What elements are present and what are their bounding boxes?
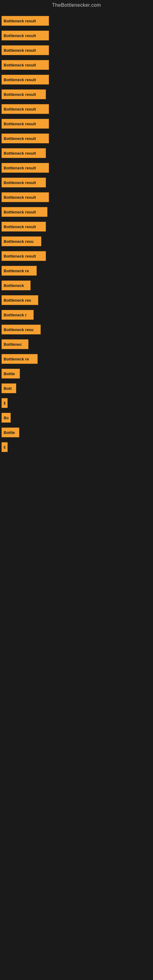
site-title: TheBottlenecker.com xyxy=(0,0,153,10)
bar-label: Bottleneck result xyxy=(4,254,36,258)
bar-row: Bottleneck r xyxy=(2,307,153,322)
bottleneck-bar: Bo xyxy=(2,413,11,423)
bar-label: Bottleneck result xyxy=(4,210,36,215)
bar-row: Bottleneck re xyxy=(2,263,153,278)
bottleneck-bar: Bottle xyxy=(2,428,19,438)
bottleneck-bar: Bottleneck result xyxy=(2,30,49,40)
bar-row: Bottleneck result xyxy=(2,57,153,72)
bar-label: B xyxy=(4,401,5,406)
bar-label: Bottleneck result xyxy=(4,19,36,23)
bar-label: B xyxy=(4,445,5,450)
bar-row: Bott xyxy=(2,381,153,396)
bottleneck-bar: Bottleneck result xyxy=(2,222,46,232)
bar-row: Bottleneck result xyxy=(2,72,153,87)
bottleneck-bar: B xyxy=(2,398,8,408)
bar-row: B xyxy=(2,396,153,410)
bottleneck-bar: B xyxy=(2,442,8,452)
bar-row: Bottleneck result xyxy=(2,190,153,205)
bar-row: Bottleneck result xyxy=(2,146,153,161)
bar-label: Bottleneck re xyxy=(4,357,29,361)
bar-row: Bottlenec xyxy=(2,337,153,352)
bottleneck-bar: Bottleneck result xyxy=(2,134,49,143)
bar-row: Bottleneck result xyxy=(2,205,153,219)
bar-label: Bottleneck resu xyxy=(4,239,33,244)
bottleneck-bar: Bottleneck re xyxy=(2,354,38,364)
bar-row: Bottleneck result xyxy=(2,131,153,146)
bar-row: Bottleneck result xyxy=(2,116,153,131)
bottleneck-bar: Bottleneck result xyxy=(2,75,49,84)
bottleneck-bar: Bottleneck result xyxy=(2,163,49,173)
bottleneck-bar: Bottleneck result xyxy=(2,148,46,158)
bar-row: Bottleneck re xyxy=(2,352,153,366)
bar-label: Bottleneck result xyxy=(4,78,36,82)
bar-row: Bottleneck result xyxy=(2,43,153,57)
bar-row: Bottleneck result xyxy=(2,249,153,263)
bottleneck-bar: Bottleneck xyxy=(2,280,30,290)
bar-label: Bottleneck resu xyxy=(4,328,33,332)
bottleneck-bar: Bottle xyxy=(2,369,20,379)
bar-label: Bottleneck result xyxy=(4,33,36,38)
bar-row: Bottleneck result xyxy=(2,28,153,43)
bar-label: Bottle xyxy=(4,371,15,376)
bar-row: Bottleneck result xyxy=(2,175,153,190)
bar-row: Bottleneck res xyxy=(2,293,153,307)
bar-row: Bottleneck result xyxy=(2,161,153,175)
bottleneck-bar: Bottleneck result xyxy=(2,89,46,99)
bar-label: Bottleneck result xyxy=(4,122,36,126)
bar-label: Bo xyxy=(4,415,9,420)
bar-row: Bottleneck resu xyxy=(2,322,153,337)
bottleneck-bar: Bottleneck result xyxy=(2,251,46,261)
bar-label: Bottleneck result xyxy=(4,195,36,200)
bar-label: Bottleneck result xyxy=(4,136,36,141)
bar-label: Bottleneck result xyxy=(4,151,36,156)
bottleneck-bar: Bottleneck resu xyxy=(2,325,41,334)
bar-row: Bottleneck result xyxy=(2,13,153,28)
bar-label: Bottleneck res xyxy=(4,298,31,302)
bar-label: Bottleneck result xyxy=(4,224,36,229)
bar-row: Bottleneck xyxy=(2,278,153,293)
bottleneck-bar: Bottlenec xyxy=(2,339,29,349)
bar-label: Bottleneck result xyxy=(4,107,36,111)
bottleneck-bar: Bottleneck result xyxy=(2,207,48,217)
bar-row: Bottle xyxy=(2,366,153,381)
bottleneck-bar: Bottleneck result xyxy=(2,119,49,129)
bar-label: Bott xyxy=(4,386,12,391)
bar-label: Bottle xyxy=(4,430,15,435)
bottleneck-bar: Bottleneck re xyxy=(2,266,37,275)
bar-label: Bottleneck result xyxy=(4,166,36,170)
bar-label: Bottleneck result xyxy=(4,48,36,52)
bottleneck-bar: Bottleneck result xyxy=(2,104,49,114)
bar-row: Bottleneck resu xyxy=(2,234,153,249)
bottleneck-bar: Bottleneck result xyxy=(2,60,49,70)
bars-container: Bottleneck resultBottleneck resultBottle… xyxy=(0,10,153,458)
bar-label: Bottlenec xyxy=(4,342,22,347)
bar-label: Bottleneck result xyxy=(4,180,36,185)
bar-label: Bottleneck result xyxy=(4,63,36,67)
bar-row: Bottle xyxy=(2,425,153,440)
bar-label: Bottleneck xyxy=(4,283,24,288)
bar-row: B xyxy=(2,440,153,455)
bar-label: Bottleneck r xyxy=(4,313,27,317)
bottleneck-bar: Bottleneck resu xyxy=(2,236,41,246)
bottleneck-bar: Bottleneck r xyxy=(2,310,33,320)
bottleneck-bar: Bottleneck result xyxy=(2,16,49,26)
bar-label: Bottleneck re xyxy=(4,269,29,273)
bottleneck-bar: Bottleneck result xyxy=(2,192,49,202)
bar-row: Bottleneck result xyxy=(2,87,153,102)
bottleneck-bar: Bottleneck res xyxy=(2,295,38,305)
bottleneck-bar: Bott xyxy=(2,383,16,393)
bar-label: Bottleneck result xyxy=(4,92,36,97)
bottleneck-bar: Bottleneck result xyxy=(2,178,46,188)
bar-row: Bottleneck result xyxy=(2,219,153,234)
bar-row: Bo xyxy=(2,410,153,425)
bottleneck-bar: Bottleneck result xyxy=(2,45,49,55)
bar-row: Bottleneck result xyxy=(2,102,153,116)
